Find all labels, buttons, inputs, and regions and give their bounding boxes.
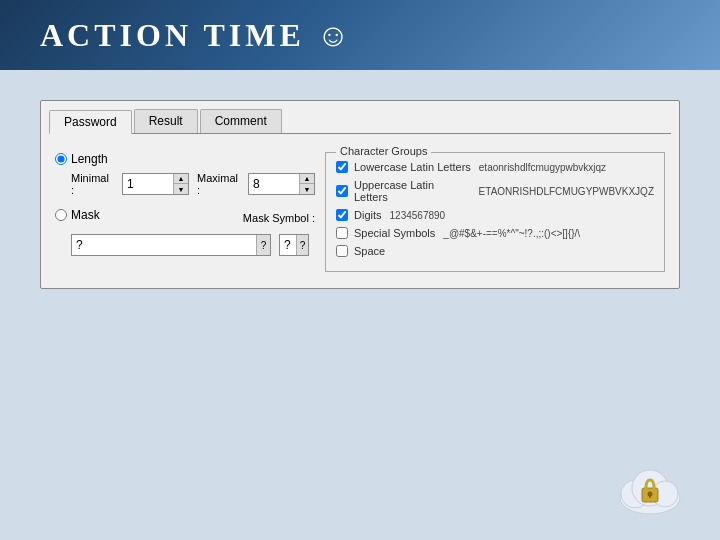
minimal-down-button[interactable]: ▼: [174, 184, 188, 194]
mask-input[interactable]: [72, 235, 256, 255]
tab-comment[interactable]: Comment: [200, 109, 282, 133]
page-title: ACTION TIME: [40, 17, 305, 54]
dialog-box: Password Result Comment Length Minimal :: [40, 100, 680, 289]
mask-browse-button[interactable]: ?: [256, 235, 270, 255]
char-group-uppercase: Uppercase Latin Letters ETAONRISHDLFCMUG…: [336, 179, 654, 203]
dialog-body: Length Minimal : 1 ▲ ▼ Maximal :: [49, 144, 671, 280]
minimal-up-button[interactable]: ▲: [174, 174, 188, 184]
mask-symbol-wrapper: ?: [279, 234, 309, 256]
svg-rect-6: [649, 494, 651, 498]
mask-label: Mask: [71, 208, 100, 222]
mask-group: Mask Mask Symbol : ? ?: [55, 208, 315, 256]
mask-symbol-input[interactable]: [280, 235, 296, 255]
uppercase-checkbox[interactable]: [336, 185, 348, 197]
mask-radio-label: Mask: [55, 208, 100, 222]
char-group-space: Space: [336, 245, 654, 257]
digits-checkbox[interactable]: [336, 209, 348, 221]
mask-field-row: ? ?: [71, 234, 315, 256]
space-checkbox[interactable]: [336, 245, 348, 257]
maximal-spinner: 8 ▲ ▼: [248, 173, 315, 195]
maximal-spin-buttons: ▲ ▼: [299, 174, 314, 194]
cloud-lock-svg: [610, 450, 690, 520]
lowercase-name: Lowercase Latin Letters: [354, 161, 471, 173]
tab-result[interactable]: Result: [134, 109, 198, 133]
char-group-special: Special Symbols _@#$&+-==%*^"~!?.,;:()<>…: [336, 227, 654, 239]
cloud-lock-icon: [610, 450, 690, 520]
maximal-input[interactable]: 8: [249, 174, 299, 194]
minimal-spinner: 1 ▲ ▼: [122, 173, 189, 195]
space-name: Space: [354, 245, 385, 257]
minimal-row: Minimal : 1 ▲ ▼ Maximal : 8: [71, 172, 315, 196]
header: ACTION TIME ☺: [0, 0, 720, 70]
special-name: Special Symbols: [354, 227, 435, 239]
minimal-label: Minimal :: [71, 172, 114, 196]
mask-radio[interactable]: [55, 209, 67, 221]
digits-name: Digits: [354, 209, 382, 221]
uppercase-name: Uppercase Latin Letters: [354, 179, 471, 203]
lowercase-checkbox[interactable]: [336, 161, 348, 173]
maximal-up-button[interactable]: ▲: [300, 174, 314, 184]
maximal-label: Maximal :: [197, 172, 240, 196]
maximal-down-button[interactable]: ▼: [300, 184, 314, 194]
tab-bar: Password Result Comment: [49, 109, 671, 134]
special-checkbox[interactable]: [336, 227, 348, 239]
uppercase-chars: ETAONRISHDLFCMUGYPWBVKXJQZ: [479, 186, 654, 197]
minimal-spin-buttons: ▲ ▼: [173, 174, 188, 194]
digits-chars: 1234567890: [390, 210, 446, 221]
mask-symbol-browse-button[interactable]: ?: [296, 235, 308, 255]
char-group-lowercase: Lowercase Latin Letters etaonrishdlfcmug…: [336, 161, 654, 173]
length-radio-label: Length: [55, 152, 315, 166]
tab-password[interactable]: Password: [49, 110, 132, 134]
length-radio[interactable]: [55, 153, 67, 165]
char-group-digits: Digits 1234567890: [336, 209, 654, 221]
lowercase-chars: etaonrishdlfcmugypwbvkxjqz: [479, 162, 606, 173]
mask-input-wrapper: ?: [71, 234, 271, 256]
smiley-icon: ☺: [317, 17, 350, 54]
length-group: Length Minimal : 1 ▲ ▼ Maximal :: [55, 152, 315, 196]
left-panel: Length Minimal : 1 ▲ ▼ Maximal :: [55, 152, 315, 272]
char-groups-legend: Character Groups: [336, 145, 431, 157]
special-chars: _@#$&+-==%*^"~!?.,;:()<>[]{}/\: [443, 228, 580, 239]
right-panel: Character Groups Lowercase Latin Letters…: [325, 152, 665, 272]
mask-symbol-label: Mask Symbol :: [243, 212, 315, 224]
mask-header-row: Mask Mask Symbol :: [55, 208, 315, 228]
char-groups-box: Character Groups Lowercase Latin Letters…: [325, 152, 665, 272]
minimal-input[interactable]: 1: [123, 174, 173, 194]
length-label: Length: [71, 152, 108, 166]
